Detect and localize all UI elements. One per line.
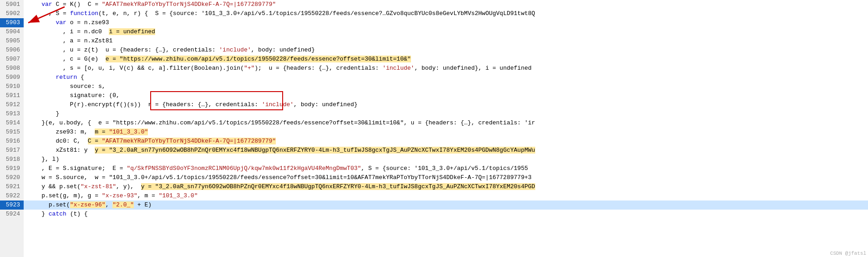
- code-line-5920: w = S.source, w = "101_3_3.0+/api/v5.1/t…: [24, 173, 868, 182]
- line-number-5914: 5914: [0, 118, 24, 128]
- line-number-5909: 5909: [0, 73, 24, 82]
- code-line-5903: var o = n.zse93: [24, 18, 868, 27]
- line-number-5921: 5921: [0, 182, 24, 191]
- code-text-5908: , s = [o, u, i, V(c) && c, a].filter(Boo…: [27, 64, 532, 73]
- code-text-5907: , c = G(e) e = "https://www.zhihu.com/ap…: [27, 55, 411, 64]
- code-text-5901: var C = K() C = "AFAT7mekYRaPToYbyTTorNj…: [27, 0, 276, 9]
- code-container: 5901590259035904590559065907590859095910…: [0, 0, 868, 257]
- code-line-5923: p.set("x-zse-96", "2.0_" + E): [24, 200, 868, 210]
- code-text-5911: signature: (0,: [27, 91, 120, 100]
- line-number-5915: 5915: [0, 128, 24, 137]
- code-line-5909: return {: [24, 73, 868, 82]
- code-line-5905: , a = n.xZst81: [24, 36, 868, 46]
- line-number-5920: 5920: [0, 173, 24, 182]
- line-number-5924: 5924: [0, 210, 24, 219]
- line-number-5907: 5907: [0, 55, 24, 64]
- code-line-5908: , s = [o, u, i, V(c) && c, a].filter(Boo…: [24, 64, 868, 73]
- code-line-5910: source: s,: [24, 82, 868, 91]
- code-text-5910: source: s,: [27, 82, 106, 91]
- code-line-5904: , i = n.dc0 i = undefined: [24, 27, 868, 36]
- code-line-5912: P(r).encrypt(f()(s)) r = {headers: {…}, …: [24, 100, 868, 109]
- code-text-5909: return {: [27, 73, 84, 82]
- code-text-5904: , i = n.dc0 i = undefined: [27, 27, 155, 36]
- code-line-5919: , E = S.signature; E = "q/SkfPNSSBYdS0oY…: [24, 164, 868, 173]
- line-number-5912: 5912: [0, 100, 24, 109]
- code-line-5915: zse93: m, m = "101_3_3.0": [24, 128, 868, 137]
- line-number-5918: 5918: [0, 155, 24, 164]
- code-line-5914: }(e, u.body, { e = "https://www.zhihu.co…: [24, 118, 868, 128]
- code-line-5917: xZst81: y y = "3_2.0aR_sn77yn6O92wOB8hPZ…: [24, 146, 868, 155]
- code-line-5918: }, l): [24, 155, 868, 164]
- code-text-5916: dc0: C, C = "AFAT7mekYRaPToYbyTTorNjS4DD…: [27, 137, 276, 146]
- code-content[interactable]: var C = K() C = "AFAT7mekYRaPToYbyTTorNj…: [24, 0, 868, 257]
- line-number-5916: 5916: [0, 137, 24, 146]
- code-text-5915: zse93: m, m = "101_3_3.0": [27, 128, 148, 137]
- code-line-5906: , u = z(t) u = {headers: {…}, credential…: [24, 46, 868, 55]
- line-number-5923: 5923: [0, 200, 24, 210]
- code-text-5903: var o = n.zse93: [27, 18, 109, 27]
- line-number-5910: 5910: [0, 82, 24, 91]
- code-text-5912: P(r).encrypt(f()(s)) r = {headers: {…}, …: [27, 100, 358, 109]
- line-number-5905: 5905: [0, 36, 24, 46]
- line-number-5903: 5903: [0, 18, 24, 27]
- line-number-5917: 5917: [0, 146, 24, 155]
- line-number-5922: 5922: [0, 191, 24, 200]
- code-text-5918: }, l): [27, 155, 59, 164]
- code-text-5922: p.set(g, m), g = "x-zse-93", m = "101_3_…: [27, 191, 198, 200]
- code-text-5921: y && p.set("x-zst-81", y), y = "3_2.0aR_…: [27, 182, 535, 191]
- code-line-5924: } catch (t) {: [24, 210, 868, 219]
- code-line-5911: signature: (0,: [24, 91, 868, 100]
- line-number-5902: 5902: [0, 9, 24, 18]
- code-line-5901: var C = K() C = "AFAT7mekYRaPToYbyTTorNj…: [24, 0, 868, 9]
- line-number-5911: 5911: [0, 91, 24, 100]
- line-number-5908: 5908: [0, 64, 24, 73]
- code-line-5913: }: [24, 109, 868, 118]
- line-number-5919: 5919: [0, 164, 24, 173]
- code-text-5906: , u = z(t) u = {headers: {…}, credential…: [27, 46, 315, 55]
- line-number-5901: 5901: [0, 0, 24, 9]
- watermark: CSDN @jfatsl: [830, 251, 866, 256]
- code-text-5913: }: [27, 109, 59, 118]
- code-line-5922: p.set(g, m), g = "x-zse-93", m = "101_3_…: [24, 191, 868, 200]
- code-line-5921: y && p.set("x-zst-81", y), y = "3_2.0aR_…: [24, 182, 868, 191]
- code-line-5907: , c = G(e) e = "https://www.zhihu.com/ap…: [24, 55, 868, 64]
- code-text-5923: p.set("x-zse-96", "2.0_" + E): [27, 200, 152, 210]
- line-numbers: 5901590259035904590559065907590859095910…: [0, 0, 24, 257]
- code-text-5919: , E = S.signature; E = "q/SkfPNSSBYdS0oY…: [27, 164, 528, 173]
- code-text-5905: , a = n.xZst81: [27, 36, 112, 46]
- line-number-5906: 5906: [0, 46, 24, 55]
- code-text-5902: , S = function(t, e, n, r) { S = {source…: [27, 9, 535, 18]
- code-text-5917: xZst81: y y = "3_2.0aR_sn77yn6O92wOB8hPZ…: [27, 146, 535, 155]
- line-number-5904: 5904: [0, 27, 24, 36]
- code-text-5914: }(e, u.body, { e = "https://www.zhihu.co…: [27, 118, 535, 128]
- line-number-5913: 5913: [0, 109, 24, 118]
- code-text-5920: w = S.source, w = "101_3_3.0+/api/v5.1/t…: [27, 173, 532, 182]
- code-line-5916: dc0: C, C = "AFAT7mekYRaPToYbyTTorNjS4DD…: [24, 137, 868, 146]
- code-line-5902: , S = function(t, e, n, r) { S = {source…: [24, 9, 868, 18]
- code-text-5924: } catch (t) {: [27, 210, 88, 219]
